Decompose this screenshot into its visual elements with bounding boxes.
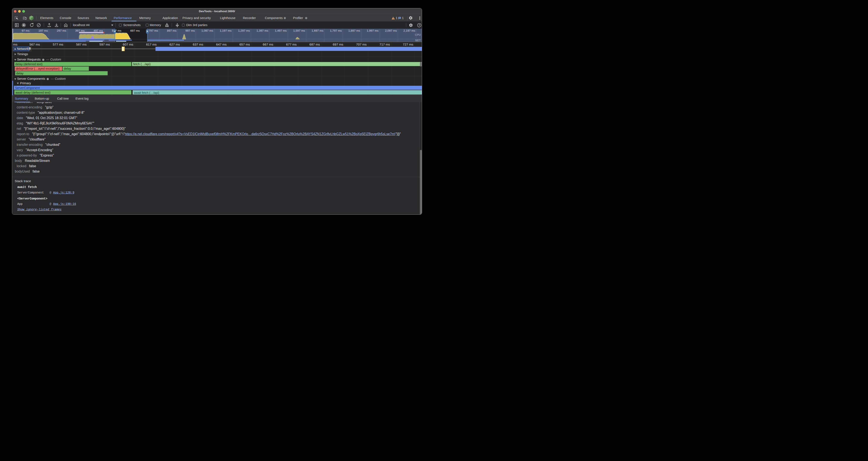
- svg-text:?: ?: [418, 24, 420, 27]
